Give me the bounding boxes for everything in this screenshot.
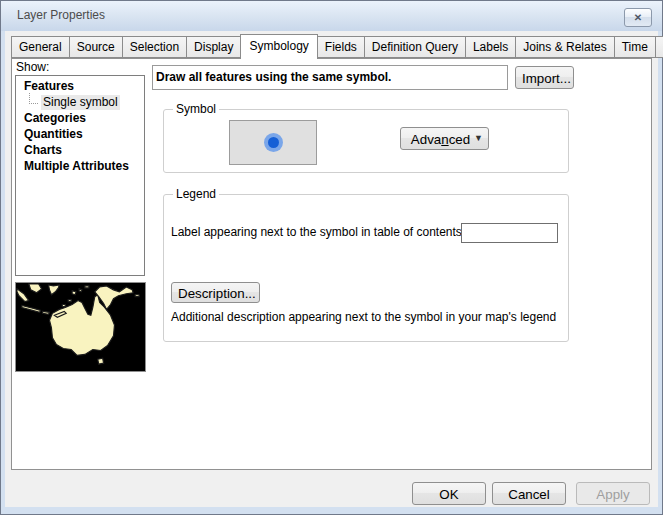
symbol-group-title: Symbol [173,102,219,116]
show-item-label: Features [22,79,76,94]
tab-definition-query[interactable]: Definition Query [364,36,466,58]
legend-additional-caption: Additional description appearing next to… [171,310,556,324]
window-title: Layer Properties [17,1,105,30]
show-label: Show: [16,60,49,74]
close-button[interactable]: ✕ [624,8,652,27]
map-island [43,311,50,314]
show-item-quantities[interactable]: Quantities [16,127,144,143]
tab-fields[interactable]: Fields [317,36,365,58]
map-preview-thumbnail [15,282,146,372]
tab-joins-relates[interactable]: Joins & Relates [515,36,614,58]
legend-group-title: Legend [173,187,219,201]
tab-labels[interactable]: Labels [465,36,516,58]
close-icon: ✕ [634,12,642,23]
renderer-heading: Draw all features using the same symbol. [152,65,508,90]
map-preview-svg [16,283,145,371]
tab-html-popup[interactable]: HTML Popup [655,36,663,58]
show-item-label: Charts [22,143,64,158]
legend-label-caption: Label appearing next to the symbol in ta… [171,225,465,239]
show-item-single-symbol[interactable]: Single symbol [16,95,144,111]
tab-selection[interactable]: Selection [122,36,187,58]
description-button[interactable]: Description... [171,282,260,303]
tab-strip: GeneralSourceSelectionDisplaySymbologyFi… [11,33,663,58]
layer-properties-dialog: Layer Properties ✕ GeneralSourceSelectio… [0,0,663,515]
map-island [72,291,76,295]
tab-general[interactable]: General [11,36,70,58]
show-list[interactable]: FeaturesSingle symbolCategoriesQuantitie… [15,75,145,276]
show-item-charts[interactable]: Charts [16,143,144,159]
show-item-categories[interactable]: Categories [16,111,144,127]
symbol-preview-button[interactable] [229,120,317,165]
map-island [68,300,71,302]
point-symbol-dot [268,137,279,148]
tree-branch-icon [29,93,38,104]
tab-display[interactable]: Display [186,36,241,58]
tab-symbology[interactable]: Symbology [240,34,317,59]
map-island [135,295,139,297]
dialog-client-area: GeneralSourceSelectionDisplaySymbologyFi… [5,31,658,507]
map-tasmania [98,358,104,364]
map-island [62,305,65,307]
show-item-label: Multiple Attributes [22,159,131,174]
ok-button[interactable]: OK [412,482,486,505]
map-island [79,289,82,292]
legend-label-input[interactable] [461,223,558,243]
apply-button[interactable]: Apply [576,482,650,505]
tab-source[interactable]: Source [69,36,123,58]
symbology-tab-page: Show: FeaturesSingle symbolCategoriesQua… [11,58,652,470]
show-item-label: Quantities [22,127,85,142]
advanced-label: Advanced [411,132,470,147]
cancel-button[interactable]: Cancel [492,482,566,505]
show-item-label: Single symbol [41,95,120,110]
show-item-multiple-attributes[interactable]: Multiple Attributes [16,159,144,175]
map-island [85,286,89,288]
dropdown-arrow-icon: ▼ [474,128,483,149]
legend-group-box: Legend Label appearing next to the symbo… [163,194,569,342]
advanced-dropdown-button[interactable]: Advanced ▼ [400,127,489,150]
show-item-label: Categories [22,111,88,126]
import-button[interactable]: Import... [515,66,574,89]
tab-time[interactable]: Time [614,36,656,58]
symbol-group-box: Symbol Advanced ▼ [163,109,569,173]
title-bar[interactable]: Layer Properties ✕ [1,1,662,31]
